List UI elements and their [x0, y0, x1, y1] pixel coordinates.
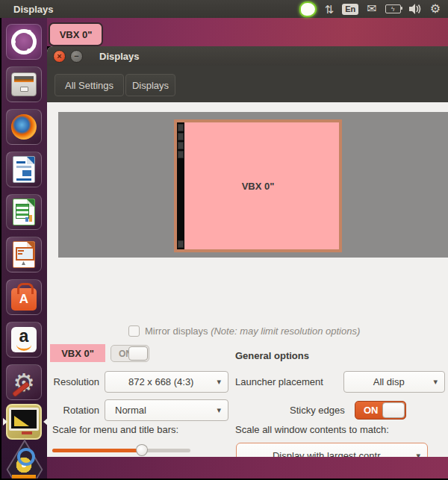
monitor-thumbnail-label: VBX 0" — [242, 181, 275, 192]
display-drag-tab: VBX 0" — [49, 22, 103, 46]
calc-spreadsheet-icon — [13, 199, 35, 225]
software-bag-icon: A — [11, 288, 37, 311]
launcher-item-libreoffice-impress[interactable] — [6, 237, 42, 272]
minimize-icon: − — [74, 52, 78, 60]
monitor-power-toggle[interactable]: ON — [111, 345, 149, 362]
desktop-wallpaper-bottom — [47, 457, 448, 479]
slider-fill — [52, 449, 142, 452]
slider-knob[interactable] — [136, 444, 148, 456]
chevron-down-icon: ▾ — [217, 405, 221, 415]
chevron-down-icon: ▾ — [416, 451, 420, 458]
displays-tab-button[interactable]: Displays — [125, 74, 175, 96]
sticky-edges-toggle[interactable]: ON — [355, 401, 406, 420]
session-gear-icon[interactable]: ⚙ — [430, 3, 441, 15]
launcher-item-amazon[interactable]: a — [6, 322, 42, 358]
settings-gear-wrench-icon: ⚙ — [10, 369, 37, 396]
launcher-item-firefox[interactable] — [6, 109, 42, 145]
launcher-item-software-center[interactable]: A — [6, 279, 42, 315]
toggle-knob — [128, 346, 148, 361]
focused-app-arrow-left — [3, 418, 7, 426]
general-options-heading: General options — [235, 350, 309, 361]
unity-launcher: A a ⚙ — [1, 18, 47, 479]
keyboard-layout-indicator[interactable]: En — [342, 4, 358, 15]
mirror-displays-label: Mirror displays (Note: may limit resolut… — [145, 325, 360, 337]
chevron-down-icon: ▾ — [217, 377, 221, 387]
launcher-item-libreoffice-calc[interactable] — [6, 194, 42, 230]
notification-blob-icon[interactable] — [299, 1, 317, 17]
launcher-placement-label: Launcher placement — [235, 376, 323, 387]
close-icon: × — [57, 52, 61, 60]
all-settings-button[interactable]: All Settings — [55, 74, 124, 96]
mirror-note: (Note: may limit resolution options) — [211, 325, 360, 337]
ubuntu-logo-icon — [11, 29, 37, 54]
window-toolbar: All Settings Displays — [47, 66, 448, 102]
impress-presentation-icon — [13, 241, 35, 268]
toggle-knob — [382, 402, 405, 418]
ui-scale-slider[interactable] — [52, 449, 190, 452]
window-content: VBX 0" Mirror displays (Note: may limit … — [47, 102, 448, 457]
file-cabinet-icon — [11, 72, 37, 96]
panel-app-title: Displays — [13, 4, 53, 15]
launcher-item-libreoffice-writer[interactable] — [6, 152, 42, 187]
scale-menu-label: Scale for menu and title bars: — [52, 424, 178, 435]
indicator-area: ⇅ En ✉ ϟ ⚙ — [299, 1, 448, 17]
rotation-label: Rotation — [52, 405, 99, 416]
mirror-displays-checkbox[interactable] — [128, 325, 140, 337]
desktop-wallpaper-top — [47, 18, 448, 46]
scale-all-dropdown[interactable]: Display with largest contr ▾ — [236, 443, 428, 457]
mini-launcher-strip — [177, 122, 184, 249]
scale-all-label: Scale all window contents to match: — [235, 424, 389, 435]
display-drag-tab-label: VBX 0" — [60, 29, 93, 40]
writer-document-icon — [13, 156, 35, 183]
battery-icon[interactable]: ϟ — [385, 4, 401, 13]
rotation-dropdown[interactable]: Normal ▾ — [105, 399, 228, 421]
monitor-thumbnail[interactable]: VBX 0" — [174, 119, 342, 252]
launcher-item-system-settings[interactable]: ⚙ — [6, 364, 42, 400]
close-button[interactable]: × — [53, 50, 66, 63]
mail-icon[interactable]: ✉ — [367, 3, 376, 15]
launcher-item-ubuntu-dash[interactable] — [6, 24, 42, 60]
monitor-name-chip: VBX 0" — [50, 344, 105, 362]
sync-arrows-icon[interactable]: ⇅ — [325, 4, 335, 15]
chevron-down-icon: ▾ — [433, 377, 438, 387]
monitor-arrangement-area: VBX 0" — [58, 112, 448, 258]
sticky-edges-label: Sticky edges — [290, 405, 345, 416]
launcher-item-files[interactable] — [6, 66, 42, 102]
resolution-label: Resolution — [52, 376, 99, 387]
amazon-icon: a — [11, 327, 37, 352]
launcher-item-displays-active[interactable] — [6, 404, 42, 440]
launcher-item-unknown-partial[interactable] — [6, 446, 42, 479]
launcher-placement-dropdown[interactable]: All disp ▾ — [343, 371, 445, 393]
volume-icon[interactable] — [409, 4, 422, 14]
displays-window: × − Displays All Settings Displays VBX 0… — [47, 46, 448, 457]
window-titlebar[interactable]: × − Displays — [47, 46, 448, 66]
resolution-dropdown[interactable]: 872 x 668 (4:3) ▾ — [105, 371, 228, 393]
firefox-icon — [11, 114, 37, 140]
minimize-button[interactable]: − — [70, 50, 83, 63]
window-title: Displays — [99, 51, 139, 62]
screen: Displays ⇅ En ✉ ϟ ⚙ VBX 0" — [0, 0, 448, 480]
top-panel: Displays ⇅ En ✉ ϟ ⚙ — [0, 0, 448, 18]
displays-monitor-icon — [9, 408, 39, 436]
